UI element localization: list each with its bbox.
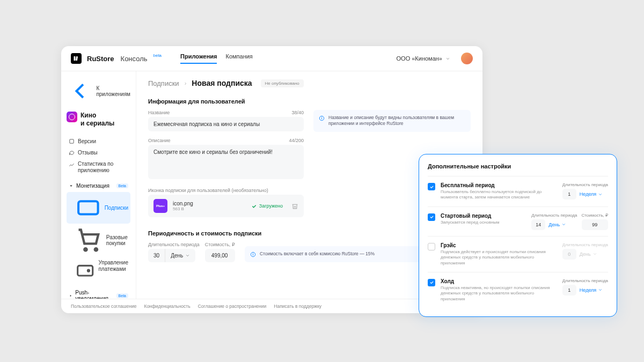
checkbox[interactable]: [428, 213, 435, 221]
sub-payments[interactable]: Управление платежами: [67, 257, 130, 283]
triangle-right-icon: [69, 293, 72, 298]
svg-marker-3: [70, 186, 72, 187]
svg-rect-1: [76, 56, 78, 61]
chart-icon: [69, 162, 75, 168]
cost-label: Стоимость, ₽: [205, 242, 235, 247]
svg-rect-0: [74, 56, 76, 61]
period-value[interactable]: 14: [531, 219, 545, 230]
svg-rect-2: [70, 139, 74, 143]
chevron-down-icon: [185, 253, 190, 258]
opt-hold: Холд Подписка неактивна, но происходят п…: [428, 272, 608, 308]
period-label: Длительность периода: [148, 242, 200, 247]
header-tabs: Приложения Компания: [180, 53, 253, 64]
svg-point-6: [95, 248, 97, 250]
section-user-info: Информация для пользователей: [148, 98, 471, 105]
upload-status: Загружено: [251, 203, 283, 209]
app-name: Кино и сериалы: [80, 112, 114, 127]
name-counter: 38/40: [291, 110, 304, 115]
chevron-down-icon: [598, 287, 603, 292]
brand-text: RuStore: [87, 55, 114, 63]
crumb-current: Новая подписка: [192, 79, 252, 87]
footer-privacy[interactable]: Конфиденциальность: [144, 304, 190, 309]
org-name: ООО «Киноман»: [397, 55, 442, 62]
app-icon: [67, 112, 77, 122]
avatar[interactable]: [461, 53, 473, 64]
unit-select: День: [579, 249, 598, 260]
opt-start-period: Стартовый период Запускается перед основ…: [428, 206, 608, 236]
cart-icon: [75, 226, 103, 254]
name-input[interactable]: [148, 117, 304, 131]
org-selector[interactable]: ООО «Киноман»: [397, 55, 450, 62]
desc-counter: 44/200: [289, 138, 304, 143]
panel-title: Дополнительные настройки: [428, 163, 608, 169]
logo-icon: [71, 53, 82, 64]
sub-purchases[interactable]: Разовые покупки: [67, 224, 130, 257]
upload-row: Plus+ icon.png 563 B Загружено: [148, 195, 304, 217]
name-label: Название: [148, 110, 170, 115]
group-push[interactable]: Push-уведомления Beta: [67, 286, 130, 299]
opt-free-period: Бесплатный период Пользователь бесплатно…: [428, 176, 608, 206]
footer-support[interactable]: Написать в поддержку: [274, 304, 321, 309]
check-icon: [251, 203, 257, 209]
chevron-down-icon: [592, 252, 597, 256]
chevron-down-icon: [445, 56, 450, 61]
console-text: Консоль: [121, 55, 148, 63]
file-name: icon.png: [173, 201, 193, 206]
info-icon: [250, 252, 256, 257]
chevron-down-icon: [598, 192, 603, 197]
nav-stats[interactable]: Статистика по приложению: [67, 158, 130, 176]
info-hint-1: Название и описание будут видны пользова…: [313, 110, 471, 132]
period-value[interactable]: 1: [562, 285, 576, 295]
nav-reviews[interactable]: Отзывы: [67, 147, 130, 158]
chevron-right-icon: ›: [185, 80, 187, 86]
box-icon: [69, 138, 75, 144]
period-input[interactable]: 30 День: [148, 249, 200, 262]
svg-point-8: [87, 270, 89, 271]
cost-input[interactable]: 499,00: [205, 249, 235, 262]
sub-subscriptions[interactable]: Подписки: [67, 192, 130, 224]
beta-badge: Beta: [116, 183, 128, 188]
group-monetization[interactable]: Монетизация Beta: [67, 180, 130, 192]
wallet-icon: [75, 261, 95, 280]
topbar: RuStore Консоль beta Приложения Компания…: [61, 46, 482, 71]
crumb-parent[interactable]: Подписки: [148, 79, 179, 87]
file-size: 563 B: [173, 206, 193, 211]
svg-point-5: [84, 248, 86, 250]
trash-icon[interactable]: [291, 203, 298, 210]
upload-thumb: Plus+: [153, 199, 167, 213]
footer-tos[interactable]: Пользовательское соглашение: [71, 304, 136, 309]
cost-value[interactable]: 99: [582, 219, 609, 230]
arrow-left-icon: [67, 78, 93, 104]
breadcrumb: Подписки › Новая подписка Не опубликован…: [148, 79, 471, 87]
footer-dist[interactable]: Соглашение о распространении: [198, 304, 267, 309]
chevron-down-icon: [561, 222, 566, 227]
checkbox[interactable]: [428, 183, 435, 190]
svg-rect-4: [78, 201, 98, 214]
info-icon: [319, 115, 325, 121]
svg-rect-7: [78, 265, 93, 276]
tab-company[interactable]: Компания: [225, 53, 252, 64]
beta-badge: beta: [153, 53, 162, 58]
unit-select[interactable]: День: [547, 219, 567, 230]
unit-select[interactable]: Неделя: [579, 189, 604, 200]
desc-label: Описание: [148, 138, 170, 143]
tab-apps[interactable]: Приложения: [180, 53, 217, 64]
triangle-down-icon: [69, 183, 74, 188]
settings-panel: Дополнительные настройки Бесплатный пери…: [419, 154, 617, 317]
checkbox[interactable]: [428, 243, 435, 250]
back-link[interactable]: К приложениям: [67, 78, 130, 104]
period-value[interactable]: 1: [562, 189, 576, 200]
checkbox[interactable]: [428, 279, 435, 286]
svg-marker-9: [70, 294, 71, 297]
back-label: К приложениям: [96, 85, 130, 97]
desc-input[interactable]: [148, 145, 304, 179]
chat-icon: [69, 150, 75, 156]
nav-versions[interactable]: Версии: [67, 136, 130, 147]
icon-label: Иконка подписки для пользователей (необя…: [148, 188, 268, 193]
app-header: Кино и сериалы: [67, 112, 130, 127]
opt-grace: Грэйс Подписка действует и происходят по…: [428, 236, 608, 272]
card-icon: [75, 195, 101, 221]
beta-badge: Beta: [116, 293, 128, 298]
unit-select[interactable]: Неделя: [579, 285, 604, 295]
period-value: 0: [562, 249, 576, 260]
